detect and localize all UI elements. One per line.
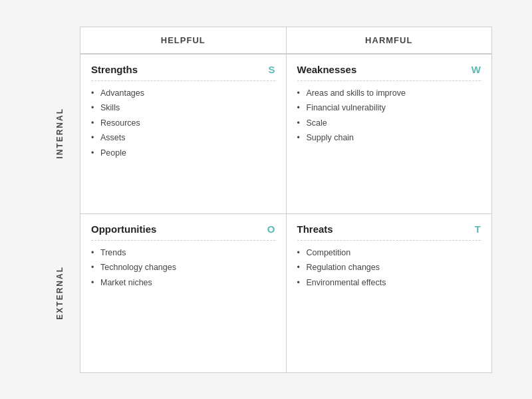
list-item: Scale (297, 118, 481, 130)
weaknesses-quadrant: Weaknesses W Areas and skills to improve… (286, 54, 493, 213)
helpful-label: HELPFUL (161, 35, 205, 45)
list-item: Resources (91, 118, 275, 130)
list-item: Areas and skills to improve (297, 88, 481, 100)
list-item: Supply chain (297, 132, 481, 144)
opportunities-list: Trends Technology changes Market niches (91, 247, 275, 289)
strengths-title: Strengths (91, 64, 138, 75)
list-item: Trends (91, 247, 275, 259)
threats-letter: T (475, 223, 481, 235)
threats-list: Competition Regulation changes Environme… (297, 247, 481, 289)
opportunities-quadrant: Opportunities O Trends Technology change… (80, 213, 286, 373)
weaknesses-letter: W (471, 64, 481, 75)
list-item: Regulation changes (297, 262, 481, 274)
header-row: HELPFUL HARMFUL (80, 27, 492, 54)
threats-title: Threats (297, 223, 333, 235)
harmful-label: HARMFUL (365, 35, 412, 45)
weaknesses-list: Areas and skills to improve Financial vu… (297, 88, 481, 144)
threats-header: Threats T (297, 223, 481, 241)
internal-label-cell: INTERNAL (40, 54, 80, 213)
list-item: Market niches (91, 277, 275, 289)
internal-label: INTERNAL (55, 108, 65, 159)
external-label: EXTERNAL (55, 266, 65, 320)
top-row: Strengths S Advantages Skills Resources … (80, 54, 492, 213)
list-item: Skills (91, 102, 275, 114)
swot-diagram: HELPFUL HARMFUL INTERNAL EXTERNAL Streng… (40, 27, 492, 373)
opportunities-title: Opportunities (91, 223, 156, 235)
bottom-row: Opportunities O Trends Technology change… (80, 213, 492, 373)
threats-quadrant: Threats T Competition Regulation changes… (286, 213, 493, 373)
list-item: Advantages (91, 88, 275, 100)
helpful-header: HELPFUL (80, 27, 286, 54)
opportunities-header: Opportunities O (91, 223, 275, 241)
list-item: Assets (91, 132, 275, 144)
weaknesses-title: Weaknesses (297, 64, 357, 75)
list-item: Technology changes (91, 262, 275, 274)
weaknesses-header: Weaknesses W (297, 64, 481, 81)
strengths-letter: S (268, 64, 275, 75)
opportunities-letter: O (267, 223, 275, 235)
list-item: People (91, 148, 275, 160)
side-labels: INTERNAL EXTERNAL (40, 54, 80, 373)
strengths-quadrant: Strengths S Advantages Skills Resources … (80, 54, 286, 213)
list-item: Competition (297, 247, 481, 259)
strengths-header: Strengths S (91, 64, 275, 81)
strengths-list: Advantages Skills Resources Assets Peopl… (91, 88, 275, 160)
external-label-cell: EXTERNAL (40, 213, 80, 373)
quadrants-grid: Strengths S Advantages Skills Resources … (80, 54, 492, 373)
list-item: Environmental effects (297, 277, 481, 289)
harmful-header: HARMFUL (286, 27, 493, 54)
list-item: Financial vulnerability (297, 102, 481, 114)
main-grid: INTERNAL EXTERNAL Strengths S Advantages (40, 54, 492, 373)
